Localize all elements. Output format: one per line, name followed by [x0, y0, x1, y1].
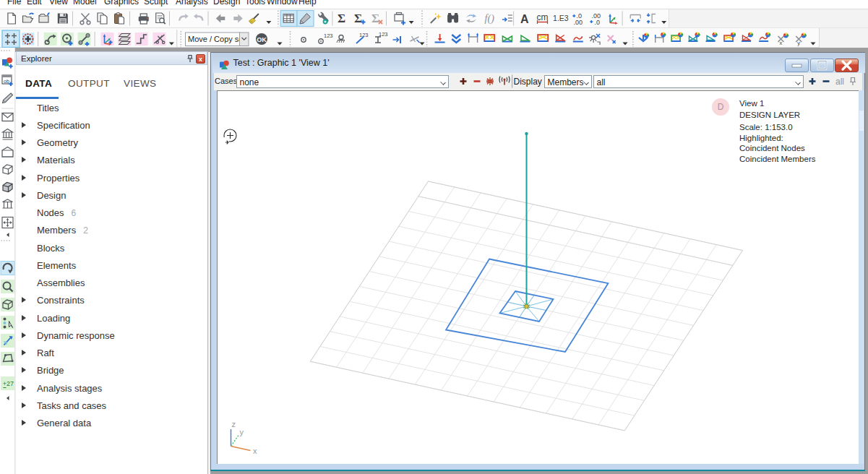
svg-text:x: x — [253, 446, 257, 454]
svg-text:123: 123 — [379, 31, 388, 38]
svg-text:ob: ob — [4, 79, 9, 84]
svg-text:z: z — [232, 420, 236, 428]
svg-text:all: all — [835, 77, 843, 87]
svg-text:.00: .00 — [574, 19, 583, 26]
svg-text:x: x — [780, 40, 783, 46]
svg-text:A: A — [520, 13, 529, 25]
svg-text:123: 123 — [359, 32, 369, 38]
svg-text:f(): f() — [485, 13, 495, 25]
svg-text:1.E3: 1.E3 — [553, 14, 569, 22]
svg-text:y: y — [240, 427, 244, 436]
svg-text:123: 123 — [324, 33, 333, 39]
svg-text:cm: cm — [537, 12, 549, 22]
svg-text:+27: +27 — [3, 380, 14, 387]
svg-text:y: y — [797, 40, 800, 46]
svg-text:Σ: Σ — [338, 12, 345, 25]
svg-text:Σ: Σ — [354, 12, 362, 25]
svg-text:OK: OK — [257, 36, 267, 43]
svg-text:.0: .0 — [595, 19, 601, 26]
svg-text:Σ: Σ — [371, 12, 379, 25]
